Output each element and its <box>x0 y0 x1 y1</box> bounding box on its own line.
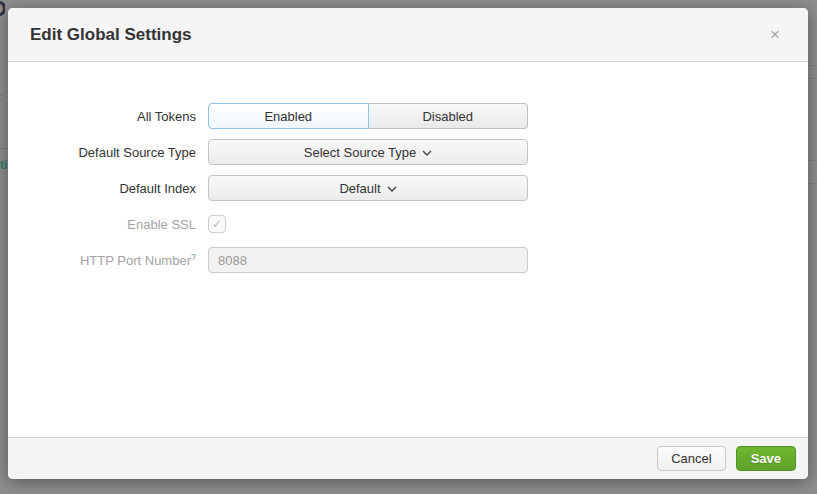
background-text-fragment: : . <box>0 92 8 112</box>
close-icon[interactable]: × <box>766 24 784 45</box>
background-table-line <box>809 78 817 79</box>
enable-ssl-row: Enable SSL ✓ <box>8 211 808 237</box>
all-tokens-enabled-button[interactable]: Enabled <box>208 103 369 129</box>
default-source-type-value: Select Source Type <box>304 145 417 160</box>
enable-ssl-label: Enable SSL <box>8 217 196 232</box>
background-heading-fragment: D <box>0 0 5 22</box>
background-table-line <box>809 183 817 184</box>
http-port-label: HTTP Port Number? <box>8 252 196 268</box>
default-source-type-dropdown[interactable]: Select Source Type <box>208 139 528 165</box>
all-tokens-disabled-button[interactable]: Disabled <box>369 103 529 129</box>
chevron-down-icon <box>422 150 432 156</box>
default-index-row: Default Index Default <box>8 175 808 201</box>
modal-header: Edit Global Settings × <box>8 8 808 62</box>
http-port-label-text: HTTP Port Number <box>80 253 191 268</box>
http-port-row: HTTP Port Number? <box>8 247 808 273</box>
background-table-line <box>809 65 817 66</box>
background-divider-fragment <box>0 148 8 149</box>
modal-footer: Cancel Save <box>8 437 808 479</box>
http-port-input <box>208 247 528 273</box>
modal-title: Edit Global Settings <box>30 25 766 45</box>
default-index-label: Default Index <box>8 181 196 196</box>
edit-global-settings-modal: Edit Global Settings × All Tokens Enable… <box>8 8 808 479</box>
enable-ssl-checkbox: ✓ <box>208 215 226 233</box>
save-button[interactable]: Save <box>736 446 796 471</box>
help-tooltip-icon: ? <box>191 252 196 262</box>
all-tokens-row: All Tokens Enabled Disabled <box>8 103 808 129</box>
cancel-button[interactable]: Cancel <box>657 446 725 471</box>
default-source-type-label: Default Source Type <box>8 145 196 160</box>
default-index-value: Default <box>339 181 380 196</box>
checkmark-icon: ✓ <box>212 217 222 231</box>
all-tokens-toggle: Enabled Disabled <box>208 103 528 129</box>
default-source-type-row: Default Source Type Select Source Type <box>8 139 808 165</box>
default-index-dropdown[interactable]: Default <box>208 175 528 201</box>
all-tokens-label: All Tokens <box>8 109 196 124</box>
chevron-down-icon <box>387 186 397 192</box>
modal-body: All Tokens Enabled Disabled Default Sour… <box>8 62 808 273</box>
background-table-line <box>809 160 817 161</box>
